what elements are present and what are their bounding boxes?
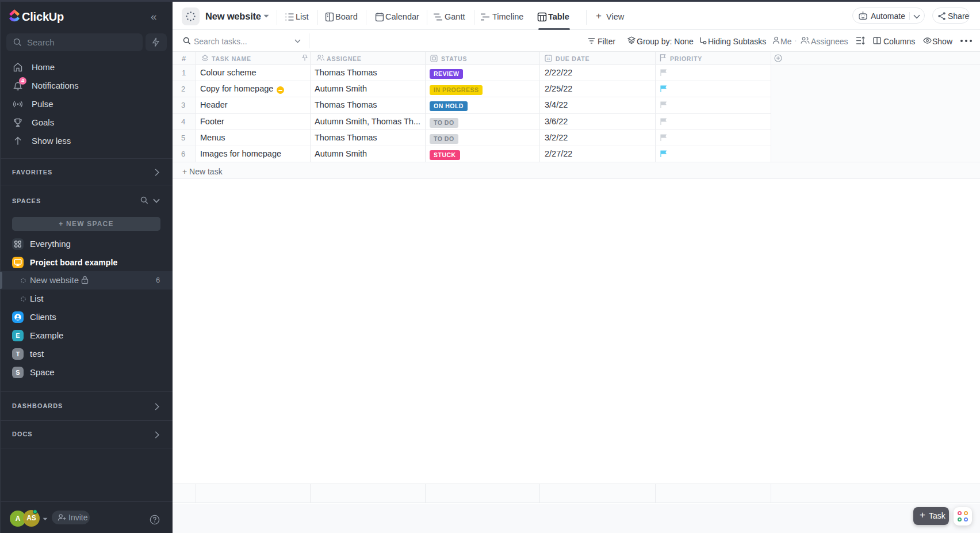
svg-text:31: 31: [546, 57, 550, 60]
